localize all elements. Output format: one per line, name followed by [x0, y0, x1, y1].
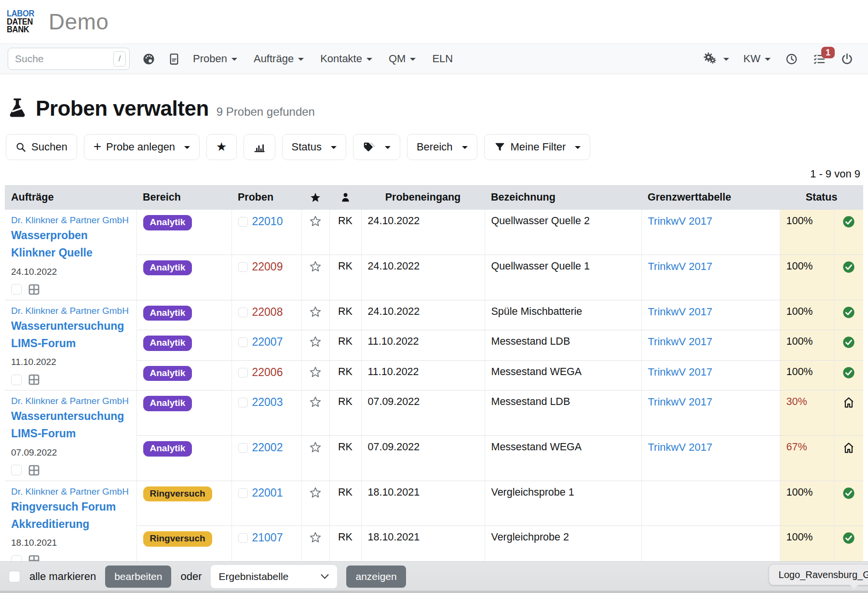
show-button[interactable]: anzeigen [346, 566, 406, 588]
favorite-cell[interactable] [301, 391, 329, 436]
nav-item-auftraege[interactable]: Aufträge [254, 53, 304, 65]
favorite-star-icon[interactable] [309, 260, 322, 272]
results-grid-icon[interactable] [27, 283, 41, 296]
sample-checkbox[interactable] [238, 217, 248, 227]
order-company-link[interactable]: Dr. Klinkner & Partner GmbH [11, 306, 130, 316]
sample-checkbox[interactable] [238, 443, 248, 453]
order-title-link[interactable]: Wasserproben [11, 228, 130, 243]
favorite-cell[interactable] [301, 481, 329, 526]
order-checkbox[interactable] [11, 375, 22, 385]
search-button[interactable]: Suchen [6, 134, 77, 160]
limit-table-link[interactable]: TrinkwV 2017 [648, 260, 713, 272]
sample-id-link[interactable]: 22008 [252, 306, 283, 318]
nav-item-eln[interactable]: ELN [432, 53, 453, 65]
sample-id-link[interactable]: 22002 [252, 441, 283, 454]
date-cell: 07.09.2022 [361, 391, 485, 436]
logout-power-icon[interactable] [841, 53, 854, 66]
sample-id-link[interactable]: 22001 [252, 486, 283, 499]
order-title-link[interactable]: LIMS-Forum [11, 426, 130, 441]
col-header-auftraege[interactable]: Aufträge [5, 185, 136, 210]
favorite-cell[interactable] [301, 300, 329, 330]
chart-button[interactable] [244, 134, 275, 160]
sample-checkbox[interactable] [238, 398, 248, 407]
view-select-value: Ergebnistabelle [218, 571, 288, 582]
select-all-checkbox[interactable] [9, 571, 20, 582]
task-list-icon[interactable]: 1 [813, 53, 826, 66]
sample-id-link[interactable]: 22007 [252, 336, 283, 348]
sample-id-link[interactable]: 22010 [252, 215, 283, 228]
order-title-link[interactable]: Akkreditierung [11, 517, 130, 532]
order-title-link[interactable]: Wasseruntersuchung [11, 409, 130, 424]
favorite-cell[interactable] [301, 330, 329, 361]
favorite-star-icon[interactable] [309, 396, 322, 408]
favorite-star-icon[interactable] [309, 531, 322, 543]
view-select[interactable]: Ergebnistabelle [211, 565, 337, 588]
favorite-cell[interactable] [301, 360, 329, 391]
results-grid-icon[interactable] [27, 464, 41, 477]
col-header-bereich[interactable]: Bereich [136, 185, 231, 210]
favorite-star-icon[interactable] [309, 486, 322, 499]
create-sample-button[interactable]: + Probe anlegen [84, 134, 200, 160]
status-filter-button[interactable]: Status [282, 134, 346, 160]
palette-icon[interactable] [142, 53, 155, 66]
edit-button[interactable]: bearbeiten [105, 566, 171, 588]
favorite-cell[interactable] [301, 255, 329, 300]
labordatenbank-logo[interactable]: LABOR DATEN BANK [7, 10, 34, 34]
notification-badge[interactable]: 1 [821, 47, 835, 59]
limit-table-link[interactable]: TrinkwV 2017 [648, 336, 713, 348]
limit-table-link[interactable]: TrinkwV 2017 [648, 215, 713, 227]
search-input[interactable] [8, 48, 130, 70]
sample-id-link[interactable]: 22006 [252, 366, 283, 378]
document-icon[interactable] [168, 53, 180, 66]
favorite-star-icon[interactable] [309, 441, 322, 453]
order-company-link[interactable]: Dr. Klinkner & Partner GmbH [11, 215, 130, 226]
favorite-star-icon[interactable] [309, 306, 322, 318]
col-header-grenzwerttabelle[interactable]: Grenzwerttabelle [641, 185, 780, 210]
order-title-link[interactable]: Klinkner Quelle [11, 245, 130, 260]
sample-checkbox[interactable] [238, 308, 248, 317]
favorite-cell[interactable] [301, 210, 329, 255]
limit-table-link[interactable]: TrinkwV 2017 [648, 441, 713, 453]
limit-table-link[interactable]: TrinkwV 2017 [648, 396, 713, 408]
favorite-star-icon[interactable] [309, 215, 322, 227]
my-filters-button[interactable]: Meine Filter [484, 134, 591, 160]
favorite-star-icon[interactable] [309, 336, 322, 348]
sample-id-link[interactable]: 22003 [252, 396, 283, 408]
chevron-down-icon [765, 58, 771, 61]
limit-table-link[interactable]: TrinkwV 2017 [648, 306, 713, 318]
order-checkbox[interactable] [11, 465, 22, 475]
nav-item-qm[interactable]: QM [389, 53, 416, 65]
tag-filter-button[interactable] [353, 134, 400, 160]
col-header-user[interactable] [329, 185, 361, 210]
sample-id-link[interactable]: 22009 [252, 260, 283, 273]
bereich-filter-button[interactable]: Bereich [407, 134, 477, 160]
favorite-cell[interactable] [301, 435, 329, 481]
settings-gears-icon[interactable] [703, 52, 729, 66]
nav-item-kontakte[interactable]: Kontakte [320, 53, 372, 65]
sample-checkbox[interactable] [238, 533, 248, 543]
sample-id-link[interactable]: 21007 [252, 531, 283, 544]
order-title-link[interactable]: Ringversuch Forum [11, 499, 130, 514]
order-title-link[interactable]: Wasseruntersuchung [11, 319, 130, 334]
col-header-proben[interactable]: Proben [231, 185, 301, 210]
order-company-link[interactable]: Dr. Klinkner & Partner GmbH [11, 486, 130, 497]
col-header-favorite[interactable] [301, 185, 329, 210]
order-title-link[interactable]: LIMS-Forum [11, 336, 130, 351]
order-checkbox[interactable] [11, 284, 22, 295]
limit-table-link[interactable]: TrinkwV 2017 [648, 366, 713, 378]
nav-item-proben[interactable]: Proben [193, 53, 237, 65]
sample-checkbox[interactable] [238, 368, 248, 377]
user-menu[interactable]: KW [744, 53, 771, 65]
sample-id-cell: 22007 [231, 330, 301, 361]
order-company-link[interactable]: Dr. Klinkner & Partner GmbH [11, 396, 130, 406]
favorite-star-icon[interactable] [309, 366, 322, 378]
col-header-bezeichnung[interactable]: Bezeichnung [485, 185, 641, 210]
col-header-probeneingang[interactable]: Probeneingang [361, 185, 485, 210]
sample-checkbox[interactable] [238, 488, 248, 498]
col-header-status[interactable]: Status [780, 185, 863, 210]
history-clock-icon[interactable] [785, 53, 798, 66]
sample-checkbox[interactable] [238, 337, 248, 347]
favorites-button[interactable]: ★ [206, 134, 236, 160]
sample-checkbox[interactable] [238, 262, 248, 272]
results-grid-icon[interactable] [27, 373, 41, 386]
